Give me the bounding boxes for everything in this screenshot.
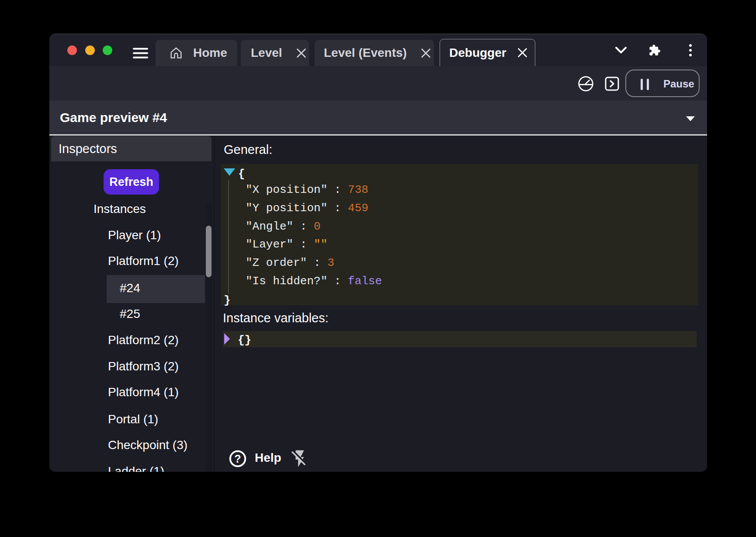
svg-text:?: ?: [234, 453, 241, 465]
